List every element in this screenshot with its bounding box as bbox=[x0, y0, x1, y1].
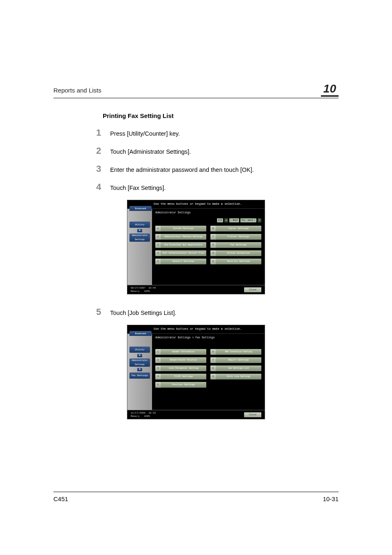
menu-network-settings[interactable]: 5Network Settings bbox=[155, 259, 206, 264]
menu-printer-settings[interactable]: 7Printer Settings bbox=[210, 234, 261, 240]
footer-status: 09/27/2007 15:44 Memory 100% bbox=[131, 287, 156, 293]
footer-model: C451 bbox=[53, 495, 68, 502]
instruction-text: Use the menu buttons or keypad to make a… bbox=[152, 200, 265, 208]
step-text: Enter the administrator password and the… bbox=[110, 165, 254, 173]
menu-security-settings[interactable]: 0Security Settings bbox=[210, 259, 261, 264]
step-5: 5 Touch [Job Settings List]. bbox=[96, 307, 339, 317]
step-2: 2 Touch [Administrator Settings]. bbox=[96, 146, 339, 156]
bookmark-tab[interactable]: Bookmark bbox=[129, 331, 152, 336]
menu-function-settings[interactable]: 5Function Settings bbox=[155, 382, 206, 388]
breadcrumb: Administrator Settings > Fax Settings bbox=[155, 336, 261, 339]
screenshot-fax-settings: Bookmark Use the menu buttons or keypad … bbox=[127, 325, 265, 419]
instruction-text: Use the menu buttons or keypad to make a… bbox=[152, 325, 265, 333]
sidebar-fax-button[interactable]: Fax Settings bbox=[129, 372, 150, 379]
chevron-down-icon: ▼ bbox=[137, 354, 142, 357]
step-text: Touch [Fax Settings]. bbox=[110, 183, 166, 191]
menu-system-connection[interactable]: 9System Connection bbox=[210, 250, 261, 256]
menu-job-settings-list[interactable]: 8Job Settings List bbox=[210, 365, 261, 371]
bookmark-tab[interactable]: Bookmark bbox=[129, 206, 152, 211]
menu-copier-settings[interactable]: 6Copier Settings bbox=[210, 226, 261, 231]
breadcrumb: Administrator Settings bbox=[155, 211, 261, 214]
header-section-title: Reports and Lists bbox=[53, 87, 101, 94]
step-number: 3 bbox=[96, 164, 110, 174]
step-1: 1 Press [Utility/Counter] key. bbox=[96, 127, 339, 138]
menu-line-parameter[interactable]: 3Line Parameter Setting bbox=[155, 365, 206, 371]
sidebar-admin-button[interactable]: Administrator Settings bbox=[129, 358, 150, 367]
chapter-number: 10 bbox=[321, 82, 339, 97]
menu-header-footer-pos[interactable]: 2Header/Footer Position bbox=[155, 357, 206, 363]
menu-txrx-settings[interactable]: 4TX/RX Settings bbox=[155, 374, 206, 379]
menu-system-settings[interactable]: 1System Settings bbox=[155, 226, 206, 231]
step-number: 2 bbox=[96, 146, 110, 156]
sidebar-utility-button[interactable]: Utility bbox=[129, 222, 150, 228]
step-4: 4 Touch [Fax Settings]. bbox=[96, 182, 339, 192]
menu-report-settings[interactable]: 7Report Settings bbox=[210, 357, 261, 363]
footer-status: 11/17/2006 18:33 Memory 100% bbox=[131, 412, 156, 418]
back-button[interactable]: ← Back bbox=[229, 218, 239, 222]
close-button[interactable]: Close bbox=[244, 412, 261, 417]
sidebar-admin-button[interactable]: Administrator Settings bbox=[129, 234, 150, 242]
step-number: 4 bbox=[96, 182, 110, 192]
forward-button[interactable]: For- ward → bbox=[240, 218, 256, 222]
step-number: 1 bbox=[96, 127, 110, 138]
step-text: Press [Utility/Counter] key. bbox=[110, 129, 180, 137]
nav-down-icon[interactable]: ▼ bbox=[258, 218, 261, 222]
page-indicator: 1/2 bbox=[217, 218, 223, 222]
screenshot-admin-settings: Bookmark Use the menu buttons or keypad … bbox=[127, 200, 265, 294]
footer-page-number: 10-31 bbox=[323, 495, 339, 502]
sidebar-utility-button[interactable]: Utility bbox=[129, 347, 150, 353]
menu-user-auth[interactable]: 4User Authentication/ Account Track bbox=[155, 250, 206, 256]
menu-multi-line[interactable]: 9Multi Line Settings bbox=[210, 374, 261, 379]
menu-header-info[interactable]: 1Header Information bbox=[155, 349, 206, 355]
step-number: 5 bbox=[96, 307, 110, 317]
menu-pbx-connection[interactable]: 6PBX Connection Setting bbox=[210, 349, 261, 355]
step-3: 3 Enter the administrator password and t… bbox=[96, 164, 339, 174]
step-text: Touch [Administrator Settings]. bbox=[110, 147, 191, 155]
nav-up-icon[interactable]: ▲ bbox=[224, 218, 228, 222]
close-button[interactable]: Close bbox=[244, 287, 261, 292]
chevron-down-icon: ▼ bbox=[137, 229, 142, 232]
menu-admin-machine[interactable]: 2Administrator/ Machine Settings bbox=[155, 234, 206, 240]
chevron-down-icon: ▼ bbox=[137, 368, 142, 371]
section-heading: Printing Fax Setting List bbox=[103, 112, 339, 119]
step-text: Touch [Job Settings List]. bbox=[110, 308, 176, 316]
menu-fax-settings[interactable]: 8Fax Settings bbox=[210, 242, 261, 248]
menu-onetouch-reg[interactable]: 3One-Touch/User Box Registration bbox=[155, 242, 206, 248]
